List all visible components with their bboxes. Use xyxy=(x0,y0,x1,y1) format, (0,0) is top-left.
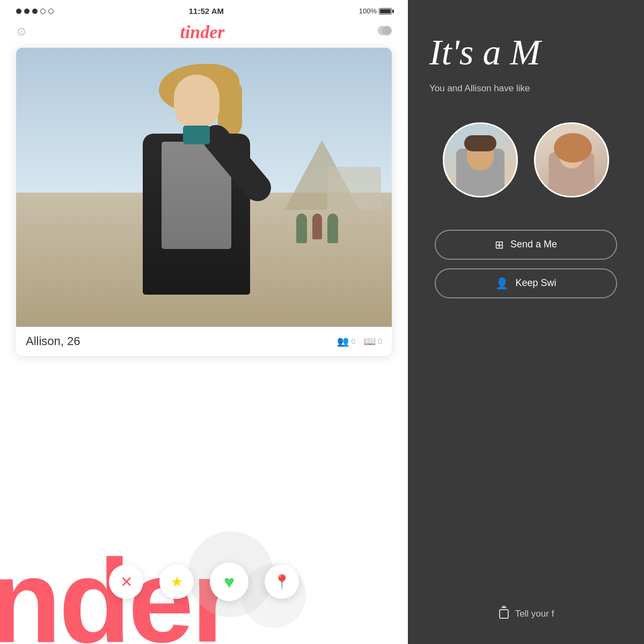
status-bar: 11:52 AM 100% xyxy=(0,0,408,20)
match-avatar-match xyxy=(534,122,609,197)
star-button[interactable]: ★ xyxy=(159,565,194,599)
chat-icon[interactable] xyxy=(378,24,392,40)
bg-person-1 xyxy=(296,214,307,243)
bg-person-2 xyxy=(312,214,322,239)
status-time: 11:52 AM xyxy=(189,6,224,16)
bg-person-3 xyxy=(327,214,338,243)
match-avatar-head xyxy=(559,140,584,169)
message-icon: ⊞ xyxy=(495,238,504,251)
signal-dot-3 xyxy=(32,9,38,14)
match-avatars xyxy=(443,122,609,197)
keep-swiping-button[interactable]: 👤 Keep Swi xyxy=(435,268,617,298)
tell-friends-area: Tell your f xyxy=(408,605,644,623)
interests-count: 0 xyxy=(378,337,382,346)
friends-icon: 👥 xyxy=(337,335,349,347)
user-avatar-head xyxy=(467,140,494,171)
svg-rect-4 xyxy=(500,610,508,618)
signal-dot-4 xyxy=(40,9,46,14)
background-people xyxy=(296,214,338,243)
like-button[interactable]: ♥ xyxy=(210,562,248,601)
svg-point-1 xyxy=(382,26,392,35)
tinder-app-panel: 11:52 AM 100% ⚙ tinder xyxy=(0,0,408,644)
friends-count: 0 xyxy=(351,337,355,346)
interests-stat: 📖 0 xyxy=(364,335,382,347)
photo-building xyxy=(327,167,381,210)
tinder-logo: tinder xyxy=(180,22,224,42)
signal-dot-2 xyxy=(24,9,30,14)
person-jacket xyxy=(143,134,250,295)
signal-dot-1 xyxy=(16,9,21,14)
person-scarf xyxy=(183,126,210,144)
send-message-label: Send a Me xyxy=(510,239,557,250)
match-avatar-user xyxy=(443,122,518,197)
action-buttons: ✕ ★ ♥ 📍 xyxy=(0,562,408,601)
profile-name-age: Allison, 26 xyxy=(26,334,80,348)
dislike-button[interactable]: ✕ xyxy=(109,565,143,599)
match-panel: It's a M You and Allison have like ⊞ Sen… xyxy=(408,0,644,644)
signal-dot-5 xyxy=(48,9,54,14)
profile-stats: 👥 0 📖 0 xyxy=(337,335,382,347)
person-icon: 👤 xyxy=(495,277,509,290)
send-message-button[interactable]: ⊞ Send a Me xyxy=(435,230,617,260)
match-avatar-hair xyxy=(554,133,592,163)
share-icon xyxy=(498,605,510,623)
profile-person xyxy=(121,58,272,327)
location-button[interactable]: 📍 xyxy=(265,565,299,599)
match-avatar-photo xyxy=(536,124,608,196)
match-title-text: It's a M xyxy=(429,32,540,72)
battery-icon xyxy=(379,8,392,14)
battery-indicator: 100% xyxy=(359,7,392,15)
signal-indicator xyxy=(16,9,54,14)
match-subtitle: You and Allison have like xyxy=(408,82,644,96)
profile-card: Allison, 26 👥 0 📖 0 xyxy=(16,48,392,356)
profile-info: Allison, 26 👥 0 📖 0 xyxy=(16,327,392,356)
match-title: It's a M xyxy=(408,32,644,71)
battery-percentage: 100% xyxy=(359,7,377,15)
user-avatar-photo xyxy=(444,124,516,196)
settings-icon[interactable]: ⚙ xyxy=(16,25,27,39)
battery-fill xyxy=(380,9,391,13)
person-face xyxy=(174,75,219,128)
keep-swiping-label: Keep Swi xyxy=(515,277,556,289)
person-head-container xyxy=(170,75,223,128)
interests-icon: 📖 xyxy=(364,335,376,347)
friends-stat: 👥 0 xyxy=(337,335,355,347)
profile-photo xyxy=(16,48,392,327)
app-header: ⚙ tinder xyxy=(0,20,408,48)
photo-scene xyxy=(16,48,392,327)
tell-friends-label: Tell your f xyxy=(515,609,554,619)
